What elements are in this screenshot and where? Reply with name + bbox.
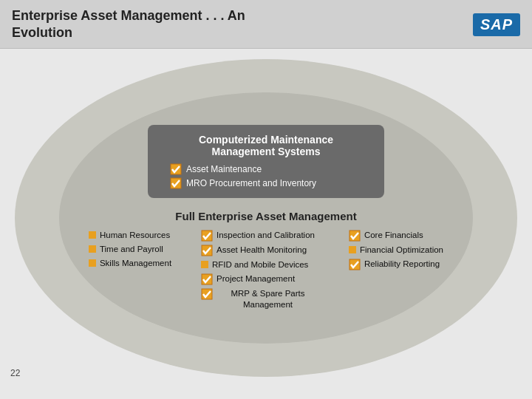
feam-col-3: Core Financials Financial Optimization [349, 230, 443, 270]
cmms-title: Computerized Maintenance Management Syst… [170, 134, 362, 157]
feam-item-pm: Project Management [201, 273, 295, 285]
feam-item-cf: Core Financials [349, 230, 423, 242]
feam-item-rfid: RFID and Mobile Devices [201, 259, 308, 270]
checkbox-icon [170, 163, 182, 175]
outer-ellipse: Computerized Maintenance Management Syst… [15, 59, 517, 377]
checkbox-icon-cf [349, 230, 361, 242]
bullet-icon-hr [89, 231, 96, 239]
feam-columns: Human Resources Time and Payroll [74, 230, 458, 310]
svg-rect-11 [349, 246, 356, 253]
cmms-item-2: MRO Procurement and Inventory [170, 177, 316, 189]
header: Enterprise Asset Management . . . An Evo… [0, 0, 532, 49]
feam-title: Full Enterprise Asset Management [59, 210, 473, 222]
checkbox-icon-mrp [201, 288, 213, 300]
cmms-item-2-label: MRO Procurement and Inventory [186, 178, 316, 188]
feam-item-tp: Time and Payroll [89, 244, 163, 255]
checkbox-icon-ahm [201, 245, 213, 256]
page-title: Enterprise Asset Management . . . An Evo… [12, 7, 245, 42]
feam-col-2: Inspection and Calibration Asset Health … [201, 230, 319, 310]
main-content: Computerized Maintenance Management Syst… [0, 49, 532, 384]
svg-rect-4 [89, 259, 96, 267]
bullet-icon-fo [349, 246, 356, 253]
page-number: 22 [10, 368, 20, 378]
feam-item-hr: Human Resources [89, 230, 170, 241]
feam-section: Full Enterprise Asset Management Human R… [59, 210, 473, 310]
feam-item-fo: Financial Optimization [349, 245, 443, 256]
cmms-items: Asset Maintenance MRO Procurement and In… [170, 163, 362, 189]
svg-rect-7 [201, 261, 208, 268]
cmms-box: Computerized Maintenance Management Syst… [148, 125, 384, 198]
checkbox-icon-ic [201, 230, 213, 242]
feam-item-ahm: Asset Health Monitoring [201, 245, 307, 256]
feam-col-1: Human Resources Time and Payroll [89, 230, 171, 269]
checkbox-icon-2 [170, 177, 182, 189]
sap-logo: SAP [473, 13, 520, 36]
feam-item-mrp: MRP & Spare Parts Management [201, 288, 319, 310]
checkbox-icon-pm [201, 273, 213, 285]
bullet-icon-tp [89, 245, 96, 253]
cmms-item-1: Asset Maintenance [170, 163, 262, 175]
svg-rect-2 [89, 231, 96, 239]
bullet-icon-sm [89, 259, 96, 267]
checkbox-icon-rr [349, 259, 361, 270]
feam-item-ic: Inspection and Calibration [201, 230, 315, 242]
cmms-item-1-label: Asset Maintenance [186, 164, 262, 174]
feam-item-sm: Skills Management [89, 258, 171, 269]
svg-rect-3 [89, 245, 96, 253]
inner-ellipse: Computerized Maintenance Management Syst… [59, 92, 473, 344]
feam-item-rr: Reliability Reporting [349, 259, 440, 270]
bullet-icon-rfid [201, 261, 208, 268]
